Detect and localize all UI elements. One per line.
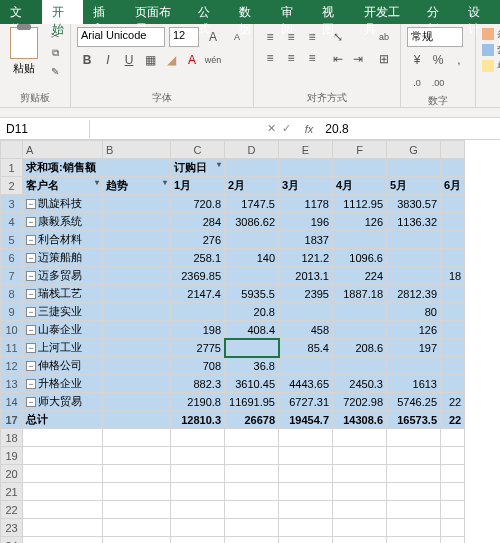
row-8[interactable]: 8: [1, 285, 23, 303]
collapse-icon[interactable]: −: [26, 253, 36, 263]
cell[interactable]: [225, 519, 279, 537]
fx-icon[interactable]: fx: [299, 123, 320, 135]
cell[interactable]: [103, 483, 171, 501]
row-23[interactable]: 23: [1, 519, 23, 537]
increase-indent-button[interactable]: ⇥: [348, 49, 368, 69]
data-cell[interactable]: [441, 195, 465, 213]
data-cell[interactable]: 1747.5: [225, 195, 279, 213]
trend-cell[interactable]: [103, 249, 171, 267]
data-cell[interactable]: 1096.6: [333, 249, 387, 267]
data-cell[interactable]: 80: [387, 303, 441, 321]
data-cell[interactable]: 1887.18: [333, 285, 387, 303]
cell[interactable]: [225, 447, 279, 465]
data-cell[interactable]: 1136.32: [387, 213, 441, 231]
data-cell[interactable]: 2450.3: [333, 375, 387, 393]
pivot-row-label[interactable]: −迈多贸易: [23, 267, 103, 285]
grid[interactable]: A B C D E F G 1 求和项:销售额 订购日▾ 2 客户名▾ 趋势▾ …: [0, 140, 465, 543]
data-cell[interactable]: 458: [279, 321, 333, 339]
data-cell[interactable]: 36.8: [225, 357, 279, 375]
data-cell[interactable]: 2369.85: [171, 267, 225, 285]
decrease-decimal-button[interactable]: .00: [428, 73, 448, 93]
pivot-row-label[interactable]: −上河工业: [23, 339, 103, 357]
trend-cell[interactable]: [103, 195, 171, 213]
cell[interactable]: [171, 447, 225, 465]
cell[interactable]: [333, 519, 387, 537]
data-cell[interactable]: 7202.98: [333, 393, 387, 411]
row-19[interactable]: 19: [1, 447, 23, 465]
cell[interactable]: [103, 519, 171, 537]
month-2[interactable]: 2月: [225, 177, 279, 195]
data-cell[interactable]: 2775: [171, 339, 225, 357]
row-18[interactable]: 18: [1, 429, 23, 447]
cell[interactable]: [23, 519, 103, 537]
data-cell[interactable]: 20.8: [225, 303, 279, 321]
cell-styles-button[interactable]: 单元格样式: [482, 59, 500, 73]
col-E[interactable]: E: [279, 141, 333, 159]
pivot-row-label[interactable]: −凯旋科技: [23, 195, 103, 213]
data-cell[interactable]: [279, 357, 333, 375]
data-cell[interactable]: [441, 321, 465, 339]
data-cell[interactable]: [387, 267, 441, 285]
data-cell[interactable]: [387, 231, 441, 249]
row-4[interactable]: 4: [1, 213, 23, 231]
total-label[interactable]: 总计: [23, 411, 103, 429]
data-cell[interactable]: [333, 303, 387, 321]
tab-formula[interactable]: 公式: [188, 0, 230, 24]
cell[interactable]: [387, 447, 441, 465]
total-e[interactable]: 19454.7: [279, 411, 333, 429]
data-cell[interactable]: [441, 213, 465, 231]
total-d[interactable]: 26678: [225, 411, 279, 429]
cell[interactable]: [279, 519, 333, 537]
cell[interactable]: [333, 447, 387, 465]
tab-home[interactable]: 开始: [42, 0, 84, 24]
data-cell[interactable]: 1178: [279, 195, 333, 213]
row-3[interactable]: 3: [1, 195, 23, 213]
data-cell[interactable]: 22: [441, 393, 465, 411]
row-21[interactable]: 21: [1, 483, 23, 501]
cell[interactable]: [279, 537, 333, 544]
cell[interactable]: [225, 429, 279, 447]
cell[interactable]: [171, 483, 225, 501]
cell[interactable]: [103, 537, 171, 544]
pivot-row-field[interactable]: 客户名▾: [23, 177, 103, 195]
tab-view[interactable]: 视图: [312, 0, 354, 24]
pivot-row-label[interactable]: −三捷实业: [23, 303, 103, 321]
row-2[interactable]: 2: [1, 177, 23, 195]
data-cell[interactable]: [225, 339, 279, 357]
data-cell[interactable]: 1112.95: [333, 195, 387, 213]
data-cell[interactable]: [333, 321, 387, 339]
fill-color-button[interactable]: ◢: [161, 50, 181, 70]
cell[interactable]: [23, 501, 103, 519]
collapse-icon[interactable]: −: [26, 217, 36, 227]
phonetic-button[interactable]: wén: [203, 50, 223, 70]
data-cell[interactable]: [171, 303, 225, 321]
cell[interactable]: [333, 537, 387, 544]
cell[interactable]: [441, 501, 465, 519]
cell[interactable]: [441, 465, 465, 483]
tab-file[interactable]: 文件: [0, 0, 42, 24]
comma-button[interactable]: ,: [449, 50, 469, 70]
cell[interactable]: [225, 537, 279, 544]
align-top-button[interactable]: ≡: [260, 27, 280, 47]
cell[interactable]: [333, 501, 387, 519]
tab-design[interactable]: 设计: [458, 0, 500, 24]
data-cell[interactable]: [279, 303, 333, 321]
cell[interactable]: [441, 519, 465, 537]
cell[interactable]: [279, 483, 333, 501]
cell[interactable]: [387, 519, 441, 537]
increase-font-button[interactable]: A: [203, 27, 223, 47]
conditional-format-button[interactable]: 条件格式: [482, 27, 500, 41]
cell[interactable]: [171, 537, 225, 544]
currency-button[interactable]: ¥: [407, 50, 427, 70]
cell[interactable]: [103, 465, 171, 483]
data-cell[interactable]: 2013.1: [279, 267, 333, 285]
row-14[interactable]: 14: [1, 393, 23, 411]
cell[interactable]: [171, 429, 225, 447]
collapse-icon[interactable]: −: [26, 307, 36, 317]
row-10[interactable]: 10: [1, 321, 23, 339]
col-C[interactable]: C: [171, 141, 225, 159]
row-12[interactable]: 12: [1, 357, 23, 375]
cancel-formula-button[interactable]: ✕: [267, 122, 276, 135]
data-cell[interactable]: [441, 231, 465, 249]
data-cell[interactable]: 258.1: [171, 249, 225, 267]
